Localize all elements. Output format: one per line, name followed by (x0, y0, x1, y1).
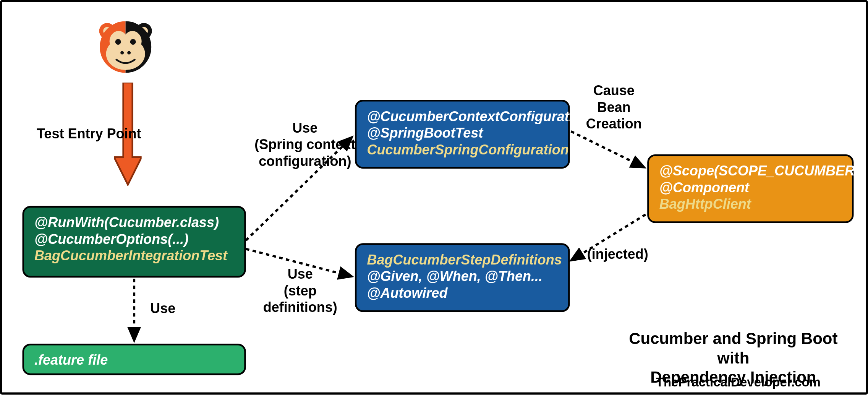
http-ann1: @Scope(SCOPE_CUCUMBER_GLUE) (659, 163, 842, 179)
diagram-credit: ThePracticalDeveloper.com (656, 375, 821, 390)
label-use-steps-l1: Use (263, 266, 337, 282)
label-cause-l3: Creation (586, 116, 642, 132)
feature-text: .feature file (34, 352, 234, 368)
label-use-spring-l3: configuration) (254, 153, 355, 169)
box-feature-file: .feature file (23, 344, 246, 375)
svg-point-13 (130, 39, 136, 45)
box-http-client: @Scope(SCOPE_CUCUMBER_GLUE) @Component B… (647, 154, 853, 223)
spring-ann2: @SpringBootTest (367, 125, 558, 141)
svg-point-15 (127, 51, 131, 55)
steps-class: BagCucumberStepDefinitions (367, 252, 558, 268)
steps-ann1: @Given, @When, @Then... (367, 268, 558, 285)
label-use-steps: Use (step definitions) (263, 266, 337, 316)
label-use-feature: Use (150, 300, 175, 317)
label-cause-l2: Bean (586, 99, 642, 115)
diagram-frame: Test Entry Point Use (Spring context con… (0, 0, 868, 394)
label-use-spring-l2: (Spring context (254, 136, 355, 153)
box-spring-config: @CucumberContextConfiguration @SpringBoo… (355, 100, 570, 169)
spring-ann1: @CucumberContextConfiguration (367, 109, 558, 125)
label-use-spring-l1: Use (254, 120, 355, 136)
label-entry-point: Test Entry Point (37, 126, 141, 142)
integration-ann1: @RunWith(Cucumber.class) (34, 214, 234, 231)
integration-ann2: @CucumberOptions(...) (34, 231, 234, 247)
http-class: BagHttpClient (659, 196, 842, 213)
diagram-title-l1: Cucumber and Spring Boot with (613, 329, 853, 368)
integration-class: BagCucumberIntegrationTest (34, 248, 234, 264)
label-use-steps-l2: (step (263, 283, 337, 299)
svg-point-12 (115, 39, 121, 45)
svg-line-3 (571, 131, 645, 168)
spring-class: CucumberSpringConfiguration (367, 141, 558, 158)
label-use-steps-l3: definitions) (263, 299, 337, 316)
box-step-definitions: BagCucumberStepDefinitions @Given, @When… (355, 243, 570, 312)
steps-ann2: @Autowired (367, 285, 558, 301)
label-cause-l1: Cause (586, 83, 642, 99)
label-injected: (injected) (587, 246, 648, 263)
http-ann2: @Component (659, 179, 842, 196)
svg-point-14 (120, 51, 124, 55)
label-use-spring: Use (Spring context configuration) (254, 120, 355, 170)
monkey-logo-icon (97, 18, 154, 76)
label-cause-bean: Cause Bean Creation (586, 83, 642, 132)
box-integration-test: @RunWith(Cucumber.class) @CucumberOption… (23, 206, 246, 278)
